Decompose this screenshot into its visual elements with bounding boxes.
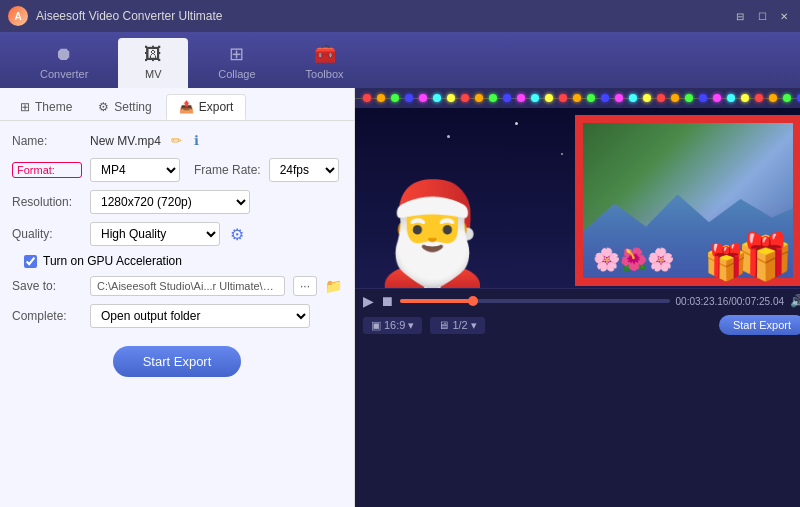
converter-icon: ⏺ xyxy=(55,44,73,65)
minimize-icon[interactable]: ⊟ xyxy=(732,8,748,24)
lights-bar xyxy=(355,88,800,108)
volume-icon[interactable]: 🔊 xyxy=(790,294,800,308)
export-icon: 📤 xyxy=(179,100,194,114)
mv-icon: 🖼 xyxy=(144,44,162,65)
sub-tab-setting[interactable]: ⚙ Setting xyxy=(86,94,163,120)
sub-tab-export[interactable]: 📤 Export xyxy=(166,94,247,120)
format-label: Format: xyxy=(12,162,82,178)
resolution-row: Resolution: 1280x720 (720p)1920x1080 (10… xyxy=(12,190,342,214)
resolution-label: Resolution: xyxy=(12,195,82,209)
folder-button[interactable]: 📁 xyxy=(325,278,342,294)
video-controls-secondary: ▣ 16:9 ▾ 🖥 1/2 ▾ Start Export xyxy=(355,313,800,339)
quality-label: Quality: xyxy=(12,227,82,241)
name-label: Name: xyxy=(12,134,82,148)
tab-mv[interactable]: 🖼 MV xyxy=(118,38,188,88)
monitor-icon: 🖥 xyxy=(438,319,449,331)
app-logo: A xyxy=(8,6,28,26)
export-settings: Name: New MV.mp4 ✏ ℹ Format: MP4MOVAVIMK… xyxy=(0,121,354,507)
aspect-ratio-button[interactable]: ▣ 16:9 ▾ xyxy=(363,317,422,334)
framerate-select[interactable]: 24fps30fps60fps xyxy=(269,158,339,182)
theme-grid-icon: ⊞ xyxy=(20,100,30,114)
gifts-figure-2: 🎁 xyxy=(704,242,748,283)
window-controls: ⊟ ☐ ✕ xyxy=(732,8,792,24)
complete-label: Complete: xyxy=(12,309,82,323)
nav-tabs: ⏺ Converter 🖼 MV ⊞ Collage 🧰 Toolbox xyxy=(0,32,800,88)
progress-fill xyxy=(400,299,473,303)
save-path: C:\Aiseesoft Studio\Ai...r Ultimate\MV E… xyxy=(90,276,285,296)
complete-select[interactable]: Open output folderDo nothing xyxy=(90,304,310,328)
complete-row: Complete: Open output folderDo nothing xyxy=(12,304,342,328)
santa-figure: 🎅 xyxy=(370,183,495,283)
progress-bar[interactable] xyxy=(400,299,670,303)
tab-collage[interactable]: ⊞ Collage xyxy=(198,37,275,88)
name-value: New MV.mp4 xyxy=(90,134,161,148)
app-title: Aiseesoft Video Converter Ultimate xyxy=(36,9,732,23)
time-display: 00:03:23.16/00:07:25.04 xyxy=(676,296,784,307)
collage-icon: ⊞ xyxy=(229,43,244,65)
sub-tabs: ⊞ Theme ⚙ Setting 📤 Export xyxy=(0,88,354,121)
aspect-ratio-icon: ▣ xyxy=(371,319,381,332)
main-content: ⊞ Theme ⚙ Setting 📤 Export Name: New MV.… xyxy=(0,88,800,507)
maximize-icon[interactable]: ☐ xyxy=(754,8,770,24)
quality-row: Quality: High QualityMedium Quality ⚙ xyxy=(12,222,342,246)
save-label: Save to: xyxy=(12,279,82,293)
save-row: Save to: C:\Aiseesoft Studio\Ai...r Ulti… xyxy=(12,276,342,296)
quality-select[interactable]: High QualityMedium Quality xyxy=(90,222,220,246)
quality-settings-button[interactable]: ⚙ xyxy=(228,223,246,246)
left-panel: ⊞ Theme ⚙ Setting 📤 Export Name: New MV.… xyxy=(0,88,355,507)
info-button[interactable]: ℹ xyxy=(192,131,201,150)
framerate-label: Frame Rate: xyxy=(194,163,261,177)
stop-button[interactable]: ⏹ xyxy=(380,293,394,309)
titlebar: A Aiseesoft Video Converter Ultimate ⊟ ☐… xyxy=(0,0,800,32)
toolbox-icon: 🧰 xyxy=(314,43,336,65)
dropdown-arrow-icon: ▾ xyxy=(408,319,414,332)
page-dropdown-icon: ▾ xyxy=(471,319,477,332)
format-row: Format: MP4MOVAVIMKV Frame Rate: 24fps30… xyxy=(12,158,342,182)
tab-converter[interactable]: ⏺ Converter xyxy=(20,38,108,88)
gpu-label: Turn on GPU Acceleration xyxy=(43,254,182,268)
close-icon[interactable]: ✕ xyxy=(776,8,792,24)
page-selector-button[interactable]: 🖥 1/2 ▾ xyxy=(430,317,484,334)
edit-name-button[interactable]: ✏ xyxy=(169,131,184,150)
play-button[interactable]: ▶ xyxy=(363,293,374,309)
video-preview: 🌸🌺🌸 🎅 🎁 🎁 ▶ ⏹ 00:03: xyxy=(355,88,800,507)
right-panel: 🌸🌺🌸 🎅 🎁 🎁 ▶ ⏹ 00:03: xyxy=(355,88,800,507)
format-select[interactable]: MP4MOVAVIMKV xyxy=(90,158,180,182)
progress-thumb xyxy=(468,296,478,306)
gpu-row: Turn on GPU Acceleration xyxy=(12,254,342,268)
browse-button[interactable]: ··· xyxy=(293,276,317,296)
video-controls: ▶ ⏹ 00:03:23.16/00:07:25.04 🔊 xyxy=(355,288,800,313)
resolution-select[interactable]: 1280x720 (720p)1920x1080 (1080p) xyxy=(90,190,250,214)
setting-gear-icon: ⚙ xyxy=(98,100,109,114)
sub-tab-theme[interactable]: ⊞ Theme xyxy=(8,94,84,120)
start-export-button[interactable]: Start Export xyxy=(113,346,242,377)
name-row: Name: New MV.mp4 ✏ ℹ xyxy=(12,131,342,150)
start-export-right-button[interactable]: Start Export xyxy=(719,315,800,335)
tab-toolbox[interactable]: 🧰 Toolbox xyxy=(286,37,364,88)
gpu-checkbox[interactable] xyxy=(24,255,37,268)
